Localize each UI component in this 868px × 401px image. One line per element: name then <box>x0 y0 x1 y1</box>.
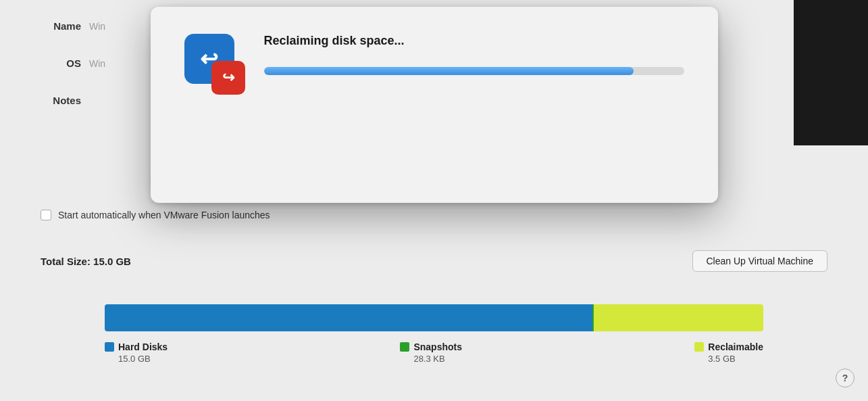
app-icon-red-layer: ↪ <box>211 61 245 95</box>
modal-content: Reclaiming disk space... <box>264 34 684 75</box>
reclaim-dialog: ↩ ↪ Reclaiming disk space... <box>151 7 718 203</box>
modal-overlay: ↩ ↪ Reclaiming disk space... <box>0 0 868 401</box>
modal-title: Reclaiming disk space... <box>264 34 684 48</box>
arrow-right-icon: ↪ <box>222 69 234 87</box>
modal-header: ↩ ↪ Reclaiming disk space... <box>184 34 684 95</box>
app-icon: ↩ ↪ <box>184 34 245 95</box>
progress-bar-track <box>264 67 684 75</box>
progress-bar-fill <box>264 67 634 75</box>
